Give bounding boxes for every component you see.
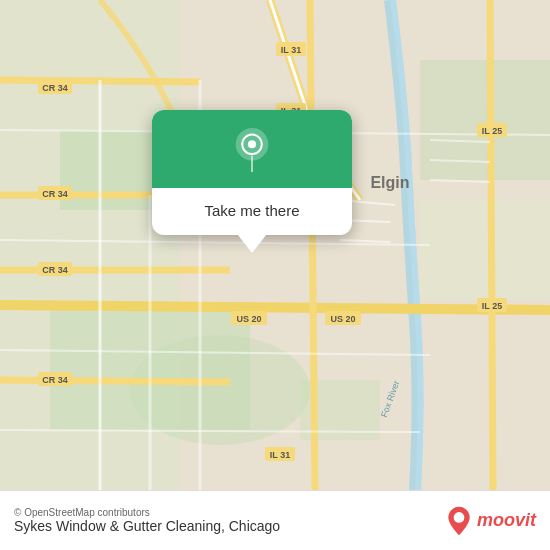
svg-text:CR 34: CR 34 [42, 189, 68, 199]
moovit-brand-text: moovit [477, 510, 536, 531]
moovit-pin-icon [445, 505, 473, 537]
svg-text:IL 31: IL 31 [281, 45, 301, 55]
svg-text:IL 25: IL 25 [482, 126, 502, 136]
svg-text:IL 25: IL 25 [482, 301, 502, 311]
svg-point-34 [248, 140, 256, 148]
moovit-logo: moovit [445, 505, 536, 537]
take-me-there-button[interactable]: Take me there [194, 200, 309, 221]
popup-green-section [152, 110, 352, 188]
location-label: Sykes Window & Gutter Cleaning, Chicago [14, 518, 280, 534]
svg-text:CR 34: CR 34 [42, 83, 68, 93]
svg-text:CR 34: CR 34 [42, 265, 68, 275]
svg-text:US 20: US 20 [330, 314, 355, 324]
location-pin-icon [230, 128, 274, 172]
svg-text:CR 34: CR 34 [42, 375, 68, 385]
svg-text:Elgin: Elgin [370, 174, 409, 191]
svg-point-35 [454, 512, 465, 523]
bottom-bar: © OpenStreetMap contributors Sykes Windo… [0, 490, 550, 550]
svg-rect-7 [420, 200, 550, 300]
svg-text:IL 31: IL 31 [270, 450, 290, 460]
popup-card: Take me there [152, 110, 352, 235]
map-container: CR 34 CR 34 CR 34 CR 34 IL 31 IL 31 IL 3… [0, 0, 550, 490]
bottom-left-info: © OpenStreetMap contributors Sykes Windo… [14, 507, 280, 534]
osm-credit: © OpenStreetMap contributors [14, 507, 280, 518]
svg-text:US 20: US 20 [236, 314, 261, 324]
